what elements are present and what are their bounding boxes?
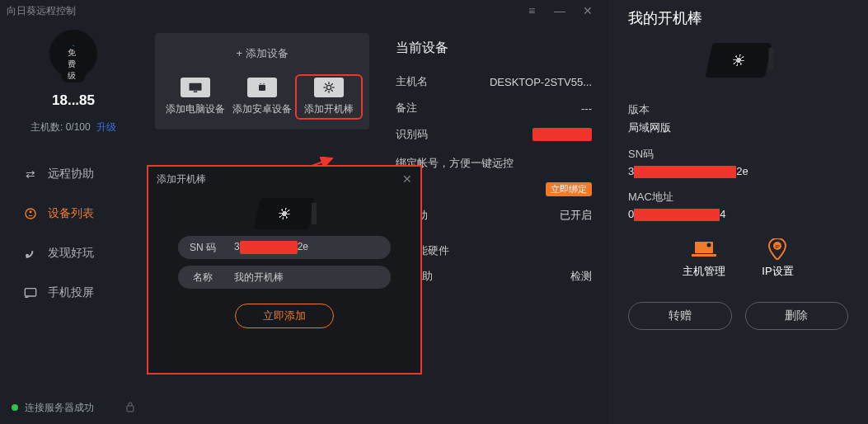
tile-add-pc[interactable]: 添加电脑设备 — [165, 78, 226, 116]
info-host-key: 主机名 — [396, 74, 470, 89]
bind-button[interactable]: 立即绑定 — [546, 182, 592, 196]
redacted-sn — [240, 241, 298, 254]
name-input-row: 名称 我的开机棒 — [178, 266, 391, 289]
action-label: IP设置 — [762, 264, 793, 279]
svg-point-1 — [30, 210, 32, 213]
svg-line-15 — [325, 83, 326, 85]
monitor-icon — [181, 78, 210, 97]
host-count-label: 主机数: 0/100 — [30, 121, 91, 133]
svg-text:IP: IP — [776, 244, 781, 249]
redacted-sn — [634, 166, 736, 178]
svg-rect-3 — [25, 289, 35, 296]
tile-label: 添加安卓设备 — [232, 102, 292, 116]
dialog-title: 添加开机棒 — [157, 172, 206, 186]
connection-status: 连接服务器成功 — [25, 401, 94, 415]
gear-icon — [278, 208, 292, 219]
add-stick-dialog: 添加开机棒 ✕ SN 码 32e 名称 我的开机棒 立即添加 — [147, 165, 422, 375]
add-device-button[interactable]: + 添加设备 — [165, 41, 359, 66]
host-manage-button[interactable]: 主机管理 — [683, 239, 725, 279]
ip-settings-button[interactable]: IP IP设置 — [762, 239, 793, 279]
dialog-close-icon[interactable]: ✕ — [402, 172, 412, 186]
info-title: 当前设备 — [396, 40, 592, 57]
name-label: 名称 — [178, 271, 228, 285]
bind-hint: 绑定帐号，方便一键远控 — [396, 156, 592, 171]
svg-line-17 — [325, 90, 326, 92]
redacted-mac — [634, 209, 720, 221]
sn-input-row: SN 码 32e — [178, 236, 391, 259]
app-title: 向日葵远程控制 — [7, 4, 76, 18]
svg-line-16 — [331, 90, 333, 92]
sidebar-item-discover[interactable]: 发现好玩 — [0, 233, 147, 273]
tile-label: 添加电脑设备 — [166, 102, 225, 116]
version-key: 版本 — [628, 102, 848, 117]
cast-icon — [23, 287, 38, 299]
svg-point-22 — [707, 243, 711, 247]
svg-point-0 — [26, 209, 35, 219]
satellite-icon — [23, 247, 38, 260]
gear-icon — [731, 54, 745, 66]
sidebar-item-devices[interactable]: 设备列表 — [0, 194, 147, 233]
plan-badge: 免费级 — [62, 46, 86, 82]
svg-point-2 — [26, 254, 29, 257]
submit-button[interactable]: 立即添加 — [235, 304, 334, 328]
account-id: 18...85 — [0, 92, 147, 109]
ip-pin-icon: IP — [765, 239, 790, 259]
android-icon — [247, 78, 277, 97]
lock-icon[interactable] — [125, 401, 135, 415]
status-dot-icon — [12, 404, 18, 411]
action-label: 主机管理 — [683, 264, 725, 279]
delete-button[interactable]: 删除 — [745, 302, 849, 330]
svg-rect-5 — [190, 83, 202, 91]
info-idcode-key: 识别码 — [396, 127, 470, 142]
svg-line-18 — [331, 83, 333, 85]
info-host-val: DESKTOP-2STV55... — [470, 76, 592, 88]
svg-rect-21 — [692, 254, 716, 257]
tile-label: 添加开机棒 — [304, 102, 354, 116]
sidebar-item-label: 发现好玩 — [48, 246, 94, 261]
svg-point-10 — [326, 85, 331, 89]
version-val: 局域网版 — [628, 120, 848, 135]
mac-key: MAC地址 — [628, 190, 848, 205]
tile-add-stick[interactable]: 添加开机棒 — [298, 78, 359, 116]
menu-icon[interactable]: ≡ — [518, 4, 546, 17]
name-input[interactable]: 我的开机棒 — [228, 271, 391, 285]
sidebar-item-label: 手机投屏 — [48, 285, 94, 300]
close-icon[interactable]: ✕ — [574, 4, 602, 17]
sidebar-item-remote[interactable]: ⇄ 远程协助 — [0, 154, 147, 194]
stick-image — [148, 198, 420, 229]
mac-val: 04 — [628, 208, 848, 221]
sn-label: SN 码 — [178, 241, 228, 255]
sidebar-item-label: 设备列表 — [48, 206, 94, 221]
sn-key: SN码 — [628, 147, 848, 162]
sn-val: 32e — [628, 165, 848, 178]
account-badge[interactable]: 免费级 — [49, 30, 97, 78]
svg-point-9 — [263, 83, 264, 84]
svg-point-8 — [260, 83, 260, 84]
devices-icon — [23, 206, 38, 221]
sidebar-item-label: 远程协助 — [48, 167, 94, 181]
minimize-icon[interactable]: — — [546, 4, 574, 17]
gear-icon — [314, 78, 344, 97]
info-autostart-val[interactable]: 已开启 — [470, 208, 592, 223]
detect-link[interactable]: 检测 — [470, 269, 592, 284]
laptop-gear-icon — [692, 239, 716, 259]
svg-rect-20 — [695, 242, 713, 253]
svg-rect-4 — [127, 406, 134, 412]
info-remark-key: 备注 — [396, 101, 470, 115]
upgrade-link[interactable]: 升级 — [96, 121, 116, 133]
detail-title: 我的开机棒 — [628, 8, 848, 28]
redacted-idcode — [533, 128, 592, 141]
svg-rect-7 — [259, 85, 265, 91]
swap-icon: ⇄ — [23, 167, 38, 181]
sidebar-item-cast[interactable]: 手机投屏 — [0, 273, 147, 313]
info-remark-val: --- — [470, 102, 592, 115]
stick-image — [628, 43, 848, 78]
add-device-card: + 添加设备 添加电脑设备 添加安卓设备 — [155, 33, 369, 130]
tile-add-android[interactable]: 添加安卓设备 — [232, 78, 293, 116]
transfer-button[interactable]: 转赠 — [628, 302, 732, 330]
sn-input[interactable]: 32e — [228, 241, 391, 254]
svg-rect-6 — [194, 92, 198, 93]
smart-hw-title: 配智能硬件 — [396, 243, 592, 258]
